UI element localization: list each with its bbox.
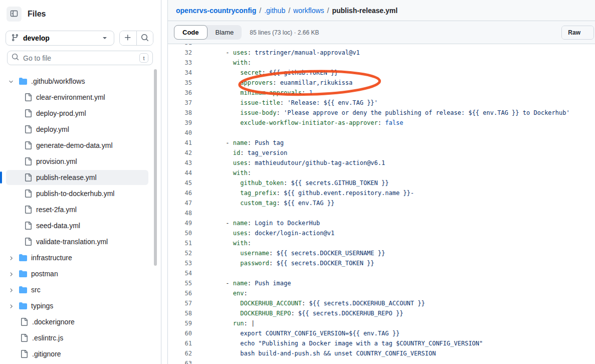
line-number[interactable]: 51 (168, 238, 192, 248)
folder-icon (19, 77, 27, 87)
line-number[interactable]: 58 (168, 308, 192, 318)
line-number[interactable]: 50 (168, 228, 192, 238)
code-line-60: 60 export COUNTRY_CONFIG_VERSION=${{ env… (168, 328, 595, 338)
go-to-file-input[interactable] (23, 54, 135, 62)
add-file-button[interactable] (120, 31, 136, 45)
search-tree-button[interactable] (136, 31, 153, 45)
folder-icon (19, 270, 27, 279)
tree-item-validate-translation.yml[interactable]: validate-translation.yml (0, 234, 161, 250)
tree-item-src[interactable]: src (0, 282, 161, 298)
chevron-right-icon[interactable] (8, 255, 14, 263)
line-number[interactable]: 52 (168, 248, 192, 258)
line-number[interactable]: 46 (168, 188, 192, 198)
tree-item-provision.yml[interactable]: provision.yml (0, 153, 161, 169)
chevron-right-icon[interactable] (8, 287, 14, 295)
tree-item-.dockerignore[interactable]: .dockerignore (0, 314, 161, 330)
tree-item-label: deploy-prod.yml (36, 109, 86, 117)
collapse-sidebar-button[interactable] (7, 7, 22, 22)
chevron-right-icon[interactable] (8, 271, 14, 279)
line-number[interactable]: 61 (168, 338, 192, 348)
copy-raw-button-clipped[interactable] (586, 26, 593, 39)
line-number[interactable]: 63 (168, 358, 192, 364)
tree-item-deploy-prod.yml[interactable]: deploy-prod.yml (0, 105, 161, 121)
breadcrumb-link[interactable]: workflows (293, 7, 324, 15)
selected-row-accent-bar (0, 171, 2, 184)
tree-item-label: .github/workflows (31, 77, 85, 85)
file-icon (20, 350, 28, 359)
line-number[interactable]: 53 (168, 258, 192, 268)
file-icon (24, 238, 32, 247)
line-number[interactable]: 47 (168, 198, 192, 208)
line-number[interactable]: 59 (168, 318, 192, 328)
line-number[interactable]: 48 (168, 208, 192, 218)
tree-item-.github-workflows[interactable]: .github/workflows (0, 73, 161, 89)
file-view-pane: opencrvs-countryconfig /.github/workflow… (167, 0, 595, 364)
code-line-42: 42 id: tag_version (168, 148, 595, 158)
code-line-44: 44 with: (168, 168, 595, 178)
git-branch-icon (11, 34, 19, 43)
files-header: Files (7, 7, 46, 22)
line-number[interactable]: 54 (168, 268, 192, 278)
code-line-46: 46 tag_prefix: ${{ github.event.reposito… (168, 188, 595, 198)
line-content: - name: Push image (204, 278, 291, 288)
breadcrumb-file-name: publish-release.yml (332, 7, 398, 15)
line-number[interactable]: 39 (168, 118, 192, 128)
tree-item-publish-to-dockerhub.yml[interactable]: publish-to-dockerhub.yml (0, 186, 161, 202)
breadcrumb-link[interactable]: .github (264, 7, 285, 15)
line-number[interactable]: 33 (168, 58, 192, 68)
tree-item-postman[interactable]: postman (0, 266, 161, 282)
line-number[interactable]: 60 (168, 328, 192, 338)
code-line-55: 55 - name: Push image (168, 278, 595, 288)
line-number[interactable]: 38 (168, 108, 192, 118)
tree-item-clear-environment.yml[interactable]: clear-environment.yml (0, 89, 161, 105)
tree-item-label: publish-to-dockerhub.yml (36, 190, 114, 198)
file-toolbar: Code Blame 85 lines (73 loc) · 2.66 KB R… (168, 21, 595, 44)
search-icon (141, 34, 149, 43)
tree-item-deploy.yml[interactable]: deploy.yml (0, 121, 161, 137)
line-number[interactable]: 56 (168, 288, 192, 298)
line-number[interactable]: 35 (168, 78, 192, 88)
line-number[interactable]: 32 (168, 48, 192, 58)
breadcrumb-repo-link[interactable]: opencrvs-countryconfig (176, 7, 256, 15)
line-number[interactable]: 37 (168, 98, 192, 108)
sidebar-scrollbar[interactable] (154, 69, 157, 266)
tree-item-typings[interactable]: typings (0, 298, 161, 314)
branch-selector[interactable]: develop (6, 31, 114, 46)
line-number[interactable]: 49 (168, 218, 192, 228)
code-tab[interactable]: Code (174, 25, 208, 40)
breadcrumb-path: /.github/workflows/ (256, 7, 332, 15)
tree-item-reset-2fa.yml[interactable]: reset-2fa.yml (0, 202, 161, 218)
line-content: echo "Publishing a Docker image with a t… (204, 338, 483, 348)
chevron-down-icon[interactable] (8, 78, 14, 86)
line-number[interactable]: 34 (168, 68, 192, 78)
line-number[interactable]: 36 (168, 88, 192, 98)
tree-item-seed-data.yml[interactable]: seed-data.yml (0, 218, 161, 234)
line-number[interactable]: 55 (168, 278, 192, 288)
line-number[interactable]: 57 (168, 298, 192, 308)
tree-item-infrastructure[interactable]: infrastructure (0, 250, 161, 266)
line-number[interactable]: 31 (168, 44, 192, 48)
tree-item-generate-demo-data.yml[interactable]: generate-demo-data.yml (0, 137, 161, 153)
file-icon (20, 318, 28, 327)
line-number[interactable]: 44 (168, 168, 192, 178)
line-number[interactable]: 62 (168, 348, 192, 358)
line-number[interactable]: 42 (168, 148, 192, 158)
tree-item-label: publish-release.yml (36, 173, 97, 181)
tree-item-publish-release.yml[interactable]: publish-release.yml (0, 169, 161, 186)
tree-item-.eslintrc.js[interactable]: .eslintrc.js (0, 330, 161, 346)
line-content: DOCKERHUB_ACCOUNT: ${{ secrets.DOCKERHUB… (204, 298, 425, 308)
line-content: - name: Push tag (204, 138, 284, 148)
line-number[interactable]: 45 (168, 178, 192, 188)
tree-item-.gitignore[interactable]: .gitignore (0, 346, 161, 362)
tree-item-label: generate-demo-data.yml (36, 141, 113, 149)
line-number[interactable]: 41 (168, 138, 192, 148)
blame-tab[interactable]: Blame (208, 25, 242, 40)
chevron-right-icon[interactable] (8, 303, 14, 311)
raw-button[interactable]: Raw (562, 26, 586, 39)
code-line-31: 31 (168, 44, 595, 48)
line-content: DOCKERHUB_REPO: ${{ secrets.DOCKERHUB_RE… (204, 308, 403, 318)
file-icon (24, 173, 32, 183)
line-number[interactable]: 40 (168, 128, 192, 138)
line-content: username: ${{ secrets.DOCKER_USERNAME }} (204, 248, 385, 258)
line-number[interactable]: 43 (168, 158, 192, 168)
